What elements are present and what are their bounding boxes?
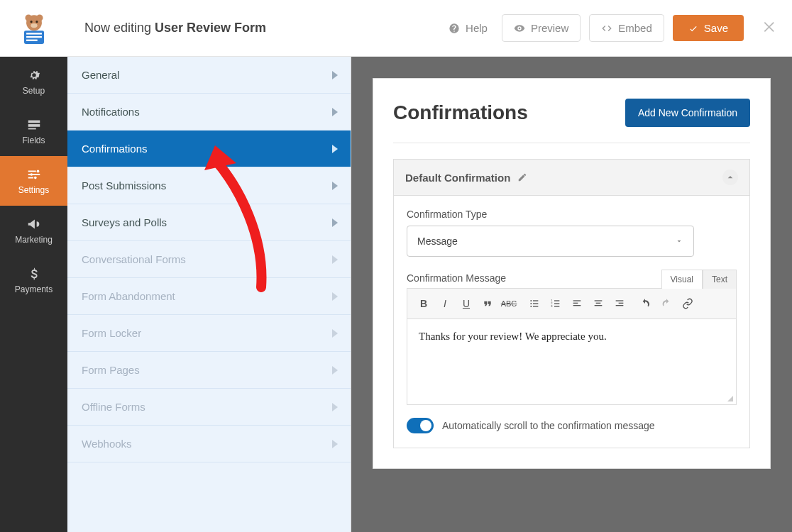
submenu-conversational-label: Conversational Forms xyxy=(82,253,186,265)
submenu-webhooks[interactable]: Webhooks xyxy=(67,426,351,462)
submenu-webhooks-label: Webhooks xyxy=(82,438,132,450)
submenu-confirmations[interactable]: Confirmations xyxy=(67,131,351,167)
align-center-button[interactable] xyxy=(588,293,609,314)
submenu-abandonment-label: Form Abandonment xyxy=(82,290,175,302)
redo-button[interactable] xyxy=(656,293,677,314)
svg-point-16 xyxy=(530,300,532,301)
submenu-notifications-label: Notifications xyxy=(82,106,140,118)
chevron-right-icon xyxy=(332,182,338,190)
chevron-right-icon xyxy=(332,440,338,448)
accordion-title: Default Confirmation xyxy=(405,172,510,184)
svg-rect-34 xyxy=(616,300,624,301)
help-button[interactable]: Help xyxy=(443,15,493,41)
svg-point-1 xyxy=(25,14,31,21)
rail-payments[interactable]: Payments xyxy=(0,255,67,305)
align-left-button[interactable] xyxy=(566,293,588,314)
save-button[interactable]: Save xyxy=(673,15,744,41)
submenu-conversational[interactable]: Conversational Forms xyxy=(67,241,351,278)
svg-rect-12 xyxy=(28,128,35,130)
submenu-general[interactable]: General xyxy=(67,57,351,94)
submenu-offline[interactable]: Offline Forms xyxy=(67,389,351,426)
svg-rect-7 xyxy=(26,33,42,34)
bold-button[interactable]: B xyxy=(413,293,434,314)
chevron-up-icon[interactable] xyxy=(722,170,738,185)
underline-button[interactable]: U xyxy=(456,293,477,314)
save-label: Save xyxy=(704,22,728,34)
rail-marketing-label: Marketing xyxy=(15,235,53,245)
submenu-surveys[interactable]: Surveys and Polls xyxy=(67,204,351,241)
form-name: User Review Form xyxy=(155,21,266,35)
tab-visual[interactable]: Visual xyxy=(661,270,703,289)
close-button[interactable] xyxy=(762,19,778,38)
eye-icon xyxy=(514,23,525,34)
type-label: Confirmation Type xyxy=(407,209,737,220)
preview-label: Preview xyxy=(531,22,568,34)
svg-point-5 xyxy=(31,23,37,27)
numbered-list-button[interactable]: 123 xyxy=(545,293,566,314)
rail-settings-label: Settings xyxy=(18,185,49,195)
undo-button[interactable] xyxy=(634,293,656,314)
help-icon xyxy=(449,23,460,34)
svg-rect-10 xyxy=(28,121,40,123)
check-icon xyxy=(688,23,698,33)
svg-rect-31 xyxy=(595,300,603,301)
preview-button[interactable]: Preview xyxy=(502,14,581,42)
message-editor: B I U ABC 123 xyxy=(407,288,737,405)
svg-point-2 xyxy=(36,14,43,21)
chevron-right-icon xyxy=(332,403,338,411)
add-confirmation-button[interactable]: Add New Confirmation xyxy=(625,99,750,127)
svg-point-14 xyxy=(30,173,33,176)
chevron-right-icon xyxy=(332,218,338,227)
rail-marketing[interactable]: Marketing xyxy=(0,206,67,255)
svg-rect-36 xyxy=(616,305,624,306)
submenu-notifications[interactable]: Notifications xyxy=(67,94,351,131)
svg-point-4 xyxy=(35,21,38,23)
submenu-locker[interactable]: Form Locker xyxy=(67,315,351,352)
svg-rect-21 xyxy=(533,306,538,306)
chevron-right-icon xyxy=(332,255,338,264)
svg-rect-25 xyxy=(554,303,559,304)
link-button[interactable] xyxy=(677,293,698,314)
italic-button[interactable]: I xyxy=(434,293,456,314)
chevron-right-icon xyxy=(332,108,338,116)
chevron-right-icon xyxy=(332,366,338,375)
svg-rect-11 xyxy=(28,124,40,127)
close-icon xyxy=(762,19,778,35)
svg-point-18 xyxy=(530,303,532,304)
quote-button[interactable] xyxy=(477,293,498,314)
rail-payments-label: Payments xyxy=(15,284,53,294)
svg-rect-32 xyxy=(596,303,601,304)
svg-point-13 xyxy=(36,170,39,173)
submenu-pages[interactable]: Form Pages xyxy=(67,352,351,389)
svg-rect-17 xyxy=(533,300,538,301)
message-textarea[interactable]: Thanks for your review! We appreciate yo… xyxy=(407,319,736,404)
resize-handle[interactable] xyxy=(726,394,735,403)
submenu-abandonment[interactable]: Form Abandonment xyxy=(67,278,351,315)
page-title: Confirmations xyxy=(393,101,528,124)
submenu-confirmations-label: Confirmations xyxy=(82,143,148,155)
chevron-right-icon xyxy=(332,329,338,338)
confirmation-type-select[interactable]: Message xyxy=(407,226,694,257)
pencil-icon[interactable] xyxy=(517,172,527,182)
strikethrough-button[interactable]: ABC xyxy=(498,293,519,314)
rail-setup[interactable]: Setup xyxy=(0,57,67,106)
editing-label: Now editing User Review Form xyxy=(84,21,266,35)
embed-label: Embed xyxy=(618,22,652,34)
auto-scroll-toggle[interactable] xyxy=(407,418,434,433)
embed-button[interactable]: Embed xyxy=(589,14,664,42)
chevron-down-icon xyxy=(675,237,683,245)
accordion-header[interactable]: Default Confirmation xyxy=(394,160,749,196)
rail-settings[interactable]: Settings xyxy=(0,156,67,206)
submenu-locker-label: Form Locker xyxy=(82,327,141,339)
svg-rect-8 xyxy=(26,35,42,37)
svg-rect-35 xyxy=(619,303,624,304)
submenu-post-submissions[interactable]: Post Submissions xyxy=(67,167,351,204)
bullet-list-button[interactable] xyxy=(524,293,545,314)
align-right-button[interactable] xyxy=(609,293,630,314)
rail-fields[interactable]: Fields xyxy=(0,106,67,156)
auto-scroll-label: Automatically scroll to the confirmation… xyxy=(442,420,655,431)
svg-rect-27 xyxy=(554,306,559,306)
submenu-pages-label: Form Pages xyxy=(82,364,140,376)
tab-text[interactable]: Text xyxy=(703,270,737,289)
type-value: Message xyxy=(417,235,458,247)
